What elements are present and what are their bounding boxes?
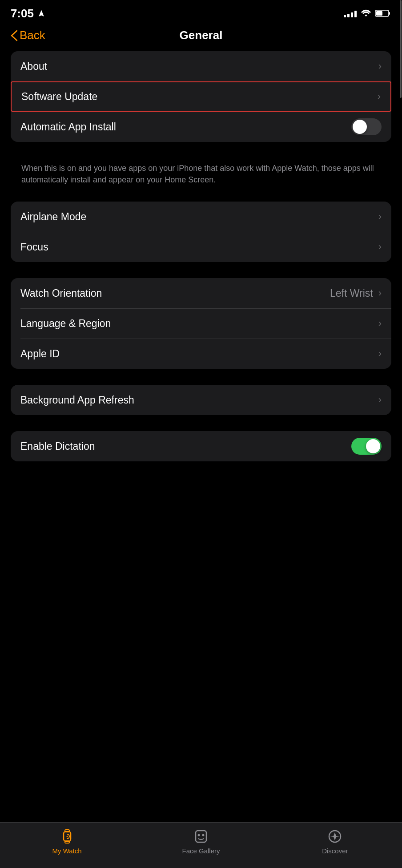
about-row[interactable]: About › [11, 51, 391, 81]
discover-icon [326, 828, 343, 845]
signal-icon [344, 9, 357, 17]
svg-rect-4 [65, 830, 69, 832]
face-gallery-label: Face Gallery [182, 847, 220, 855]
enable-dictation-row[interactable]: Enable Dictation [11, 431, 391, 461]
automatic-app-install-toggle[interactable] [351, 118, 382, 135]
svg-rect-1 [389, 12, 390, 15]
enable-dictation-toggle[interactable] [351, 438, 382, 455]
language-region-row[interactable]: Language & Region › [11, 308, 391, 339]
page-title: General [180, 28, 223, 42]
status-bar: 7:05 [0, 0, 402, 24]
focus-row[interactable]: Focus › [11, 232, 391, 262]
content-area: About › Software Update › Automatic App … [0, 51, 402, 540]
tab-face-gallery[interactable]: Face Gallery [134, 828, 268, 855]
scrollbar[interactable] [399, 0, 402, 868]
software-update-row[interactable]: Software Update › [11, 81, 391, 112]
svg-point-9 [202, 834, 204, 836]
svg-rect-2 [376, 11, 382, 16]
svg-rect-7 [196, 831, 206, 842]
svg-point-8 [197, 834, 200, 836]
tab-my-watch[interactable]: My Watch [0, 828, 134, 855]
language-region-chevron-icon: › [378, 318, 382, 329]
wifi-icon [361, 9, 371, 17]
face-gallery-icon [193, 828, 209, 845]
svg-rect-5 [65, 841, 69, 843]
apple-id-row[interactable]: Apple ID › [11, 339, 391, 369]
my-watch-label: My Watch [52, 847, 82, 855]
location-icon [37, 9, 45, 17]
apple-id-chevron-icon: › [378, 348, 382, 359]
watch-orientation-chevron-icon: › [378, 287, 382, 299]
discover-label: Discover [322, 847, 348, 855]
settings-group-2: Airplane Mode › Focus › [11, 202, 391, 262]
nav-header: Back General [0, 24, 402, 51]
my-watch-icon [59, 828, 76, 845]
airplane-mode-row[interactable]: Airplane Mode › [11, 202, 391, 232]
software-update-chevron-icon: › [378, 91, 381, 102]
svg-marker-11 [330, 832, 340, 840]
focus-chevron-icon: › [378, 241, 382, 253]
airplane-mode-chevron-icon: › [378, 211, 382, 222]
automatic-app-install-row[interactable]: Automatic App Install [11, 112, 391, 142]
status-time: 7:05 [11, 7, 45, 20]
battery-icon [375, 9, 391, 17]
background-app-refresh-row[interactable]: Background App Refresh › [11, 385, 391, 415]
watch-orientation-row[interactable]: Watch Orientation Left Wrist › [11, 278, 391, 308]
settings-group-3: Watch Orientation Left Wrist › Language … [11, 278, 391, 369]
settings-group-1: About › Software Update › Automatic App … [11, 51, 391, 142]
tab-discover[interactable]: Discover [268, 828, 402, 855]
tab-bar: My Watch Face Gallery Discover [0, 822, 402, 868]
about-chevron-icon: › [378, 61, 382, 72]
back-chevron-icon [11, 30, 18, 41]
automatic-app-install-hint: When this is on and you have apps on you… [11, 158, 391, 188]
settings-group-5: Enable Dictation [11, 431, 391, 461]
back-button[interactable]: Back [11, 28, 45, 42]
status-icons [344, 9, 391, 17]
scrollbar-thumb[interactable] [400, 0, 402, 98]
settings-group-4: Background App Refresh › [11, 385, 391, 415]
background-app-refresh-chevron-icon: › [378, 394, 382, 406]
svg-point-6 [66, 836, 68, 837]
